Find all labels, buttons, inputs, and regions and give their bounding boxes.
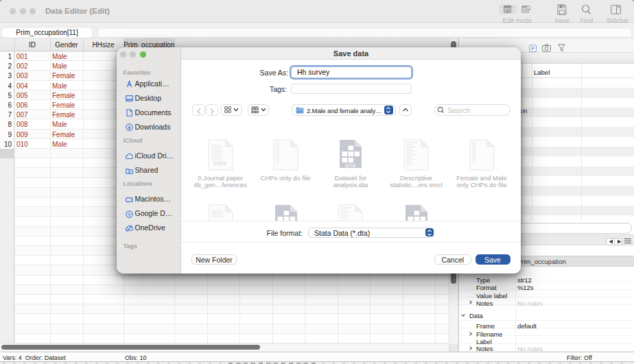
- svg-text:DOCX: DOCX: [213, 161, 226, 166]
- svg-text:DTA: DTA: [345, 162, 356, 169]
